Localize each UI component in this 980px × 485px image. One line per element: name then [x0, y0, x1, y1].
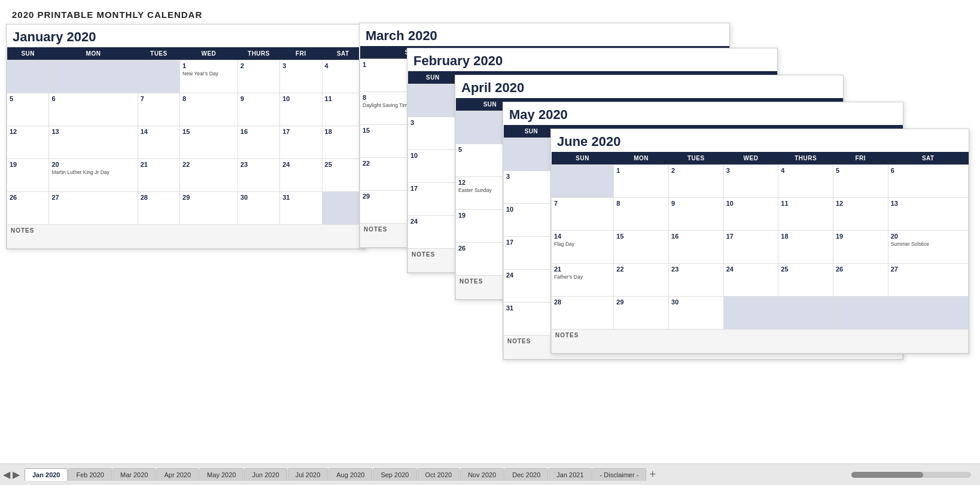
january-table: SUN MON TUES WED THURS FRI SAT 1New Year… [7, 47, 364, 249]
tab-jul2020[interactable]: Jul 2020 [288, 468, 328, 481]
sheet-tab-strip: Jan 2020 Feb 2020 Mar 2020 Apr 2020 May … [25, 468, 851, 481]
tab-oct2020[interactable]: Oct 2020 [418, 468, 460, 481]
table-row: 19 20Martin Luther King Jr Day 21 22 23 … [7, 159, 364, 192]
tab-aug2020[interactable]: Aug 2020 [328, 468, 372, 481]
tab-jan2020[interactable]: Jan 2020 [25, 468, 68, 481]
january-title: January 2020 [7, 25, 364, 47]
table-row: 28 29 30 [552, 297, 969, 330]
tab-mar2020[interactable]: Mar 2020 [112, 468, 156, 481]
col-thu: THURS [238, 47, 279, 60]
col-tue: TUES [138, 47, 179, 60]
june-title: June 2020 [551, 129, 969, 152]
tab-may2020[interactable]: May 2020 [199, 468, 244, 481]
notes-row: NOTES [552, 330, 969, 353]
march-title: March 2020 [360, 23, 729, 46]
april-title: April 2020 [455, 75, 843, 98]
col-mon: MON [49, 47, 138, 60]
tab-jun2020[interactable]: Jun 2020 [244, 468, 287, 481]
table-row: 1New Year's Day 2 3 4 [7, 60, 364, 93]
february-title: February 2020 [407, 48, 777, 71]
notes-row: NOTES [7, 225, 364, 249]
calendar-january: January 2020 SUN MON TUES WED THURS FRI … [6, 24, 365, 249]
page-title: 2020 PRINTABLE MONTHLY CALENDAR [12, 10, 968, 20]
scroll-right-arrow[interactable]: ▶ [13, 469, 20, 480]
tab-jan2021[interactable]: Jan 2021 [549, 468, 591, 481]
scroll-left-arrow[interactable]: ◀ [3, 469, 10, 480]
horizontal-scrollbar[interactable] [851, 472, 971, 478]
table-row: 26 27 28 29 30 31 [7, 192, 364, 225]
tab-apr2020[interactable]: Apr 2020 [156, 468, 199, 481]
table-row: 14Flag Day 15 16 17 18 19 20Summer Solst… [552, 231, 969, 264]
add-sheet-button[interactable]: + [649, 468, 656, 481]
table-row: 12 13 14 15 16 17 18 [7, 126, 364, 159]
table-row: 21Father's Day 22 23 24 25 26 27 [552, 264, 969, 297]
tab-dec2020[interactable]: Dec 2020 [504, 468, 548, 481]
col-fri: FRI [280, 47, 322, 60]
col-sat: SAT [322, 47, 364, 60]
tab-sep2020[interactable]: Sep 2020 [373, 468, 416, 481]
tab-bar: ◀ ▶ Jan 2020 Feb 2020 Mar 2020 Apr 2020 … [0, 463, 980, 485]
col-sun: SUN [7, 47, 49, 60]
tab-disclaimer[interactable]: - Disclaimer - [592, 468, 647, 481]
table-row: 1 2 3 4 5 6 [552, 165, 969, 198]
tab-feb2020[interactable]: Feb 2020 [68, 468, 111, 481]
tab-nov2020[interactable]: Nov 2020 [460, 468, 504, 481]
calendar-june: June 2020 SUN MON TUES WED THURS FRI SAT… [550, 129, 969, 354]
may-title: May 2020 [503, 102, 903, 125]
scrollbar-thumb[interactable] [851, 472, 923, 478]
col-wed: WED [180, 47, 238, 60]
table-row: 7 8 9 10 11 12 13 [552, 198, 969, 231]
table-row: 5 6 7 8 9 10 11 [7, 93, 364, 126]
june-table: SUN MON TUES WED THURS FRI SAT 1 2 3 4 5 [551, 152, 969, 353]
